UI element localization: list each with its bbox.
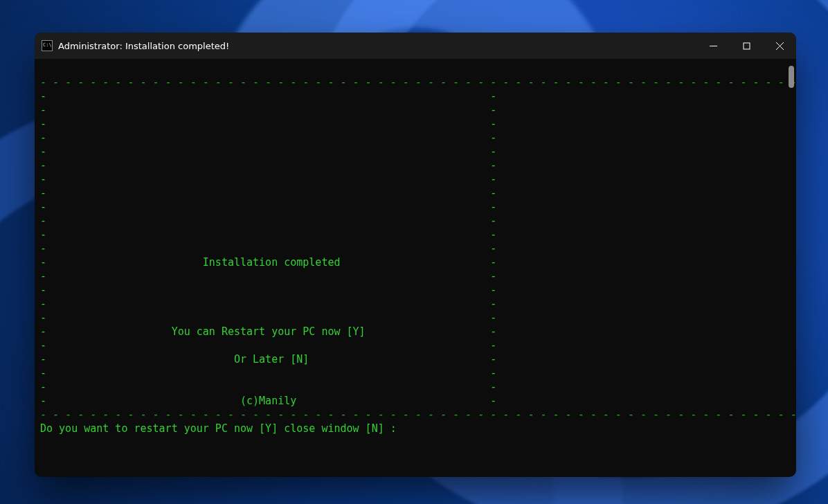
restart-now-line: - You can Restart your PC now [Y] - bbox=[40, 325, 791, 339]
ascii-frame-row: - - bbox=[40, 380, 791, 394]
ascii-border-bottom: - - - - - - - - - - - - - - - - - - - - … bbox=[40, 408, 791, 422]
maximize-button[interactable] bbox=[730, 33, 763, 59]
ascii-frame-row: - - bbox=[40, 172, 791, 186]
installation-completed-line: - Installation completed - bbox=[40, 255, 791, 269]
ascii-frame-row: - - bbox=[40, 242, 791, 255]
title-left-group: Administrator: Installation completed! bbox=[35, 40, 696, 51]
ascii-frame-row: - - bbox=[40, 186, 791, 200]
ascii-frame-row: - - bbox=[40, 103, 791, 117]
svg-rect-0 bbox=[744, 43, 750, 49]
window-title: Administrator: Installation completed! bbox=[58, 41, 229, 51]
ascii-frame-row: - - bbox=[40, 228, 791, 242]
prompt-line: Do you want to restart your PC now [Y] c… bbox=[40, 422, 791, 435]
ascii-frame-row: - - bbox=[40, 200, 791, 214]
terminal-content[interactable]: - - - - - - - - - - - - - - - - - - - - … bbox=[35, 59, 796, 477]
ascii-frame-row: - - bbox=[40, 214, 791, 228]
ascii-frame-row: - - bbox=[40, 339, 791, 352]
close-button[interactable] bbox=[763, 33, 796, 59]
credit-line: - (c)Manily - bbox=[40, 394, 791, 408]
minimize-button[interactable] bbox=[696, 33, 730, 59]
ascii-frame-row: - - bbox=[40, 89, 791, 103]
ascii-frame-row: - - bbox=[40, 283, 791, 297]
ascii-frame-row: - - bbox=[40, 297, 791, 311]
ascii-frame-row: - - bbox=[40, 131, 791, 145]
cmd-icon bbox=[42, 40, 53, 51]
or-later-line: - Or Later [N] - bbox=[40, 352, 791, 366]
ascii-frame-row: - - bbox=[40, 117, 791, 131]
ascii-frame-row: - - bbox=[40, 366, 791, 380]
ascii-frame-row: - - bbox=[40, 145, 791, 159]
ascii-frame-row: - - bbox=[40, 159, 791, 172]
titlebar[interactable]: Administrator: Installation completed! bbox=[35, 33, 796, 59]
ascii-frame-row: - - bbox=[40, 269, 791, 283]
scrollbar-thumb[interactable] bbox=[789, 66, 794, 88]
ascii-border-top: - - - - - - - - - - - - - - - - - - - - … bbox=[40, 75, 791, 89]
ascii-frame-row: - - bbox=[40, 311, 791, 325]
terminal-window: Administrator: Installation completed! -… bbox=[35, 33, 796, 477]
